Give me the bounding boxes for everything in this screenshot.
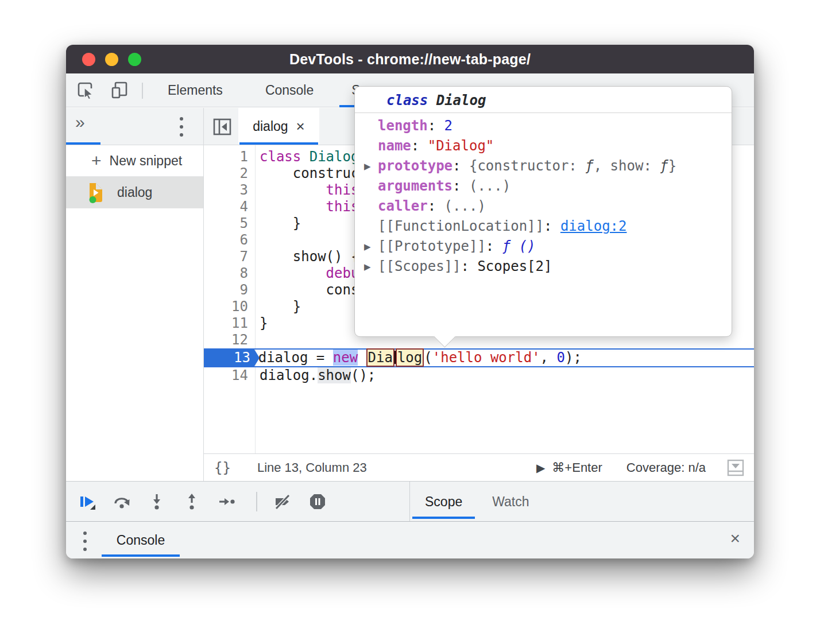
code-token: caller	[378, 198, 428, 214]
tab-watch[interactable]: Watch	[477, 482, 544, 522]
editor-tab-dialog[interactable]: dialog ×	[238, 108, 319, 145]
code-token: :	[411, 138, 428, 154]
line-content[interactable]: }	[255, 215, 301, 232]
sidebar-header: »	[66, 108, 203, 145]
snippet-file-icon	[87, 182, 105, 203]
code-token: 0	[556, 350, 564, 366]
expand-tabs-icon[interactable]: »	[75, 112, 85, 132]
line-content[interactable]: cons	[255, 282, 359, 298]
step-into-icon[interactable]	[148, 492, 166, 511]
code-token: ƒ	[585, 158, 593, 174]
line-number[interactable]: 11	[204, 315, 255, 332]
expand-triangle-icon[interactable]: ▶	[364, 236, 371, 257]
line-number[interactable]: 12	[204, 332, 255, 348]
code-token: ƒ	[660, 158, 668, 174]
line-number[interactable]: 6	[204, 232, 255, 249]
code-token: log	[396, 348, 424, 367]
line-number[interactable]: 8	[204, 265, 255, 282]
minimize-window-button[interactable]	[105, 53, 118, 66]
run-shortcut: ⌘+Enter	[552, 460, 602, 475]
code-token: ();	[351, 367, 376, 383]
code-token: }	[260, 215, 301, 231]
function-location-link[interactable]: dialog:2	[560, 218, 627, 234]
code-token: class	[386, 92, 428, 108]
step-icon[interactable]	[218, 492, 236, 511]
line-number[interactable]: 10	[204, 298, 255, 315]
toolbar-divider	[256, 492, 257, 511]
coverage-status: Coverage: n/a	[626, 460, 706, 475]
line-number[interactable]: 14	[204, 367, 255, 384]
code-token: (...)	[444, 198, 486, 214]
tab-console[interactable]: Console	[250, 73, 329, 107]
device-toolbar-icon[interactable]	[110, 81, 129, 99]
line-content[interactable]: }	[255, 315, 268, 332]
step-over-icon[interactable]	[113, 492, 131, 511]
line-content[interactable]: show() {	[255, 249, 359, 265]
zoom-window-button[interactable]	[128, 53, 141, 66]
line-number[interactable]: 2	[204, 165, 255, 182]
code-token	[260, 182, 326, 198]
code-token	[358, 350, 366, 366]
snippet-item-dialog[interactable]: dialog	[66, 177, 203, 208]
property-row: ▶[[Prototype]]: ƒ ()	[355, 236, 732, 257]
code-token: :	[428, 118, 444, 134]
expand-triangle-icon[interactable]: ▶	[364, 257, 371, 277]
code-token: 'hello world'	[432, 350, 540, 366]
code-line[interactable]: 14dialog.show();	[204, 367, 754, 384]
execution-line[interactable]: 13const dialog = new Dialog('hello world…	[204, 348, 754, 367]
code-token: name	[378, 138, 411, 154]
inspect-icon[interactable]	[76, 81, 95, 99]
drawer-more-options-icon[interactable]	[83, 532, 87, 551]
line-content[interactable]: dialog.show();	[255, 367, 376, 384]
code-token: "Dialog"	[428, 138, 494, 154]
line-number[interactable]: 4	[204, 199, 255, 215]
close-drawer-icon[interactable]: ×	[730, 530, 740, 547]
run-snippet-icon[interactable]: ▶	[536, 461, 545, 475]
expand-triangle-icon[interactable]: ▶	[364, 156, 371, 176]
code-token: Scopes[2]	[477, 258, 552, 274]
code-token: [[FunctionLocation]]	[378, 218, 544, 234]
new-snippet-button[interactable]: + New snippet	[66, 145, 203, 177]
line-number[interactable]: 3	[204, 182, 255, 199]
navigator-toggle-icon[interactable]	[212, 117, 232, 137]
tab-scope[interactable]: Scope	[410, 482, 477, 522]
line-content[interactable]: const dialog = new Dialog('hello world',…	[204, 350, 582, 366]
line-content[interactable]	[255, 232, 260, 249]
execution-line-marker[interactable]: 13	[204, 350, 260, 366]
pause-on-exceptions-icon[interactable]	[308, 492, 327, 511]
line-content[interactable]: this	[255, 199, 359, 215]
line-content[interactable]: }	[255, 298, 301, 315]
line-number[interactable]: 9	[204, 282, 255, 298]
pretty-print-icon[interactable]: {}	[214, 460, 231, 476]
sidebar-more-options-icon[interactable]	[180, 117, 183, 137]
line-content[interactable]: debu	[255, 265, 359, 282]
property-row: [[FunctionLocation]]: dialog:2	[355, 216, 732, 236]
code-token	[301, 149, 309, 165]
snippets-sidebar: » + New snippet dialog	[66, 108, 204, 481]
line-content[interactable]	[255, 332, 260, 348]
resume-script-icon[interactable]	[78, 492, 96, 511]
drawer-expand-icon[interactable]	[726, 458, 745, 478]
code-token: dialog =	[250, 350, 333, 366]
line-content[interactable]: construc	[255, 165, 359, 182]
step-out-icon[interactable]	[183, 492, 201, 511]
line-number[interactable]: 7	[204, 249, 255, 265]
debugger-side-tabs: Scope Watch	[410, 482, 544, 522]
line-number[interactable]: 1	[204, 149, 255, 165]
code-token: construc	[260, 165, 359, 181]
deactivate-breakpoints-icon[interactable]	[273, 492, 292, 511]
line-content[interactable]: class Dialog	[255, 149, 359, 165]
code-token: Dialog	[310, 149, 359, 165]
code-token: :	[452, 178, 469, 194]
close-window-button[interactable]	[82, 53, 95, 66]
property-row: ▶prototype: {constructor: ƒ, show: ƒ}	[355, 156, 732, 176]
line-content[interactable]: this	[255, 182, 359, 199]
close-tab-icon[interactable]: ×	[296, 119, 305, 134]
line-number[interactable]: 5	[204, 215, 255, 232]
editor-tab-label: dialog	[253, 119, 288, 134]
toolbar-divider	[142, 83, 143, 99]
code-token: cons	[260, 282, 359, 298]
drawer-tab-console[interactable]: Console	[100, 522, 181, 558]
code-token: , show:	[594, 158, 660, 174]
tab-elements[interactable]: Elements	[152, 73, 238, 107]
